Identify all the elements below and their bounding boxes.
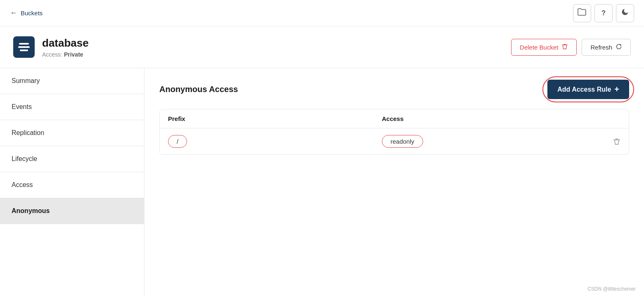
sidebar-label-replication: Replication bbox=[12, 129, 44, 136]
bucket-details: database Access: Private bbox=[42, 37, 89, 58]
actions-header bbox=[596, 115, 620, 122]
back-label: Buckets bbox=[21, 9, 43, 17]
bucket-icon bbox=[13, 36, 35, 58]
bucket-access-line: Access: Private bbox=[42, 51, 89, 58]
row-delete-button[interactable] bbox=[596, 138, 620, 145]
bucket-access-label: Access: bbox=[42, 51, 62, 58]
footer-credit: CSDN @littleschemer bbox=[587, 286, 636, 292]
bucket-actions: Delete Bucket Refresh bbox=[511, 39, 631, 56]
refresh-button[interactable]: Refresh bbox=[582, 39, 631, 56]
sidebar-item-events[interactable]: Events bbox=[0, 94, 144, 120]
content-header: Anonymous Access Add Access Rule + bbox=[159, 80, 629, 99]
table-row: / readonly bbox=[160, 128, 629, 154]
sidebar-item-lifecycle[interactable]: Lifecycle bbox=[0, 146, 144, 172]
bucket-icon-bar-1 bbox=[19, 43, 29, 45]
access-header: Access bbox=[382, 115, 596, 122]
sidebar-item-access[interactable]: Access bbox=[0, 172, 144, 198]
svg-rect-0 bbox=[562, 45, 568, 45]
prefix-cell: / bbox=[168, 135, 382, 148]
sidebar-label-lifecycle: Lifecycle bbox=[12, 155, 37, 162]
back-arrow-icon: ← bbox=[10, 9, 17, 17]
section-title: Anonymous Access bbox=[159, 85, 238, 94]
darkmode-icon bbox=[621, 8, 629, 18]
bucket-access-value: Private bbox=[64, 51, 83, 58]
folder-icon bbox=[578, 8, 587, 18]
sidebar: Summary Events Replication Lifecycle Acc… bbox=[0, 68, 144, 296]
main-layout: Summary Events Replication Lifecycle Acc… bbox=[0, 68, 644, 296]
top-bar: ← Buckets ? bbox=[0, 0, 644, 26]
sidebar-item-replication[interactable]: Replication bbox=[0, 120, 144, 146]
bucket-name: database bbox=[42, 37, 89, 50]
access-cell: readonly bbox=[382, 135, 596, 148]
help-icon: ? bbox=[601, 9, 606, 17]
sidebar-label-summary: Summary bbox=[12, 77, 40, 84]
bucket-info: database Access: Private bbox=[13, 36, 89, 58]
top-bar-icons: ? bbox=[573, 4, 634, 22]
svg-rect-1 bbox=[613, 140, 620, 140]
bucket-header: database Access: Private Delete Bucket R… bbox=[0, 26, 644, 68]
bucket-icon-bar-2 bbox=[18, 46, 30, 48]
darkmode-icon-button[interactable] bbox=[616, 4, 634, 22]
access-value: readonly bbox=[382, 135, 423, 148]
prefix-header: Prefix bbox=[168, 115, 382, 122]
content-area: Anonymous Access Add Access Rule + Prefi… bbox=[144, 68, 644, 296]
help-icon-button[interactable]: ? bbox=[594, 4, 613, 22]
folder-icon-button[interactable] bbox=[573, 4, 591, 22]
table-header: Prefix Access bbox=[160, 109, 629, 128]
access-table: Prefix Access / readonly bbox=[159, 109, 629, 155]
sidebar-label-access: Access bbox=[12, 181, 33, 188]
add-access-rule-label: Add Access Rule bbox=[557, 86, 611, 93]
delete-bucket-button[interactable]: Delete Bucket bbox=[511, 39, 577, 56]
prefix-value: / bbox=[168, 135, 187, 148]
refresh-label: Refresh bbox=[590, 44, 612, 51]
bucket-icon-bar-3 bbox=[20, 50, 28, 51]
trash-icon bbox=[561, 43, 568, 51]
refresh-icon bbox=[616, 43, 622, 51]
sidebar-item-summary[interactable]: Summary bbox=[0, 68, 144, 94]
back-link[interactable]: ← Buckets bbox=[10, 9, 43, 17]
sidebar-label-events: Events bbox=[12, 103, 32, 110]
add-access-rule-button[interactable]: Add Access Rule + bbox=[547, 80, 629, 99]
sidebar-label-anonymous: Anonymous bbox=[12, 207, 50, 214]
delete-bucket-label: Delete Bucket bbox=[520, 44, 558, 51]
plus-icon: + bbox=[614, 85, 619, 94]
sidebar-item-anonymous[interactable]: Anonymous bbox=[0, 198, 144, 224]
